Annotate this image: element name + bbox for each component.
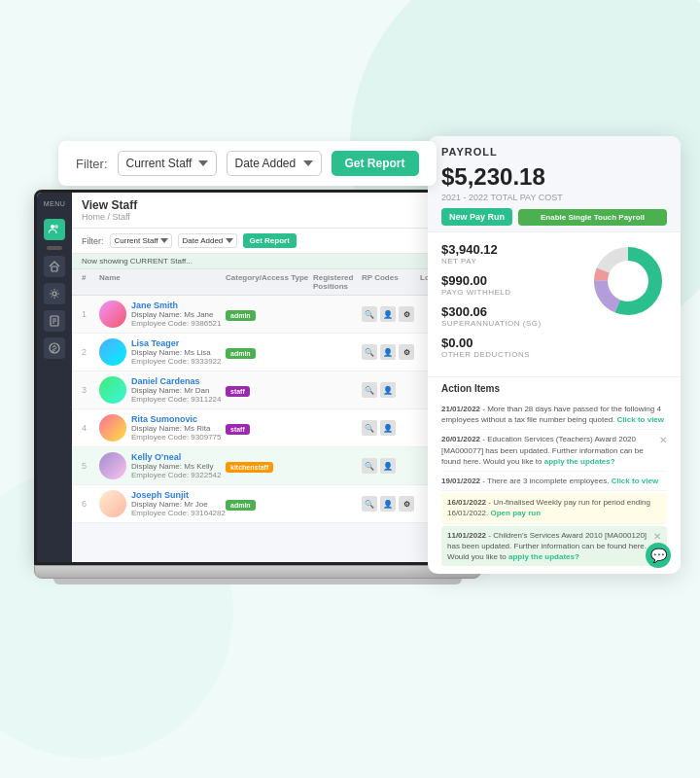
action-icon-search[interactable]: 🔍 (362, 306, 377, 322)
action-item: 19/01/2022 - There are 3 incomplete empl… (441, 472, 667, 491)
row-num: 4 (82, 423, 99, 433)
new-pay-run-button[interactable]: New Pay Run (441, 208, 512, 226)
action-date: 21/01/2022 (441, 405, 480, 413)
action-icon-person[interactable]: 👤 (380, 496, 396, 512)
svg-point-1 (54, 225, 58, 229)
staff-code: Employee Code: 9386521 (131, 319, 222, 328)
action-icon-admin[interactable]: ⚙ (399, 344, 414, 360)
rp-codes: 🔍 👤 ⚙ (362, 496, 420, 512)
sidebar: MENU (37, 193, 72, 562)
table-row[interactable]: 6 Joseph Sunjit Display Name: Mr Joe Emp… (72, 485, 478, 523)
row-num: 1 (82, 309, 99, 319)
sidebar-icon-settings[interactable] (44, 283, 65, 304)
stat-item: $0.00 OTHER DEDUCTIONS (441, 336, 579, 359)
sidebar-icon-payroll[interactable] (44, 337, 65, 359)
staff-info: Jane Smith Display Name: Ms Jane Employe… (99, 301, 226, 328)
date-select[interactable]: Date Added Name (227, 151, 322, 176)
role-badge: admin (226, 348, 256, 359)
action-link[interactable]: Click to view (617, 415, 664, 424)
laptop-base (34, 565, 481, 579)
staff-display: Display Name: Ms Rita (131, 424, 222, 433)
action-link[interactable]: Click to view (612, 477, 658, 485)
staff-code: Employee Code: 9309775 (131, 433, 222, 442)
table-row[interactable]: 5 Kelly O'neal Display Name: Ms Kelly Em… (72, 447, 478, 485)
action-item: ✕ 20/01/2022 - Education Services (Teach… (441, 430, 667, 472)
action-link[interactable]: apply the updates? (508, 552, 579, 561)
avatar (99, 376, 126, 404)
filter-select[interactable]: Current Staff All Staff Former Staff (118, 151, 217, 176)
action-link[interactable]: apply the updates? (544, 457, 615, 466)
action-date: 20/01/2022 (441, 435, 480, 443)
inner-date-select[interactable]: Date Added (178, 233, 237, 248)
sidebar-divider-1 (47, 246, 62, 250)
avatar (99, 338, 126, 366)
sidebar-icon-home[interactable] (44, 256, 65, 277)
action-icon-person[interactable]: 👤 (380, 306, 396, 322)
th-category: Category/Access Type (226, 273, 313, 291)
staff-display: Display Name: Ms Lisa (131, 348, 222, 357)
action-icon-admin[interactable]: ⚙ (399, 306, 414, 322)
breadcrumb: Home / Staff (82, 212, 469, 222)
action-icon-search[interactable]: 🔍 (362, 458, 377, 474)
laptop-base-bottom (53, 579, 462, 584)
action-icon-search[interactable]: 🔍 (362, 420, 377, 436)
action-icon-person[interactable]: 👤 (380, 344, 396, 360)
table-row[interactable]: 2 Lisa Teager Display Name: Ms Lisa Empl… (72, 334, 478, 371)
avatar (99, 490, 126, 517)
staff-code: Employee Code: 9333922 (131, 357, 222, 366)
role-badge: staff (226, 386, 250, 397)
current-staff-banner: Now showing CURRENT Staff... (72, 254, 478, 269)
inner-filter-select[interactable]: Current Staff (110, 233, 172, 248)
staff-info: Kelly O'neal Display Name: Ms Kelly Empl… (99, 452, 226, 479)
action-icon-search[interactable]: 🔍 (362, 382, 377, 398)
role-badge: admin (226, 500, 256, 511)
staff-name: Rita Sumonovic (131, 414, 222, 424)
action-item: ✕ 11/01/2022 - Children's Services Award… (441, 526, 667, 567)
enable-stp-button[interactable]: Enable Single Touch Payroll (518, 209, 667, 226)
staff-name: Jane Smith (131, 301, 222, 310)
staff-name: Daniel Cardenas (131, 376, 222, 386)
staff-app: MENU (37, 193, 478, 562)
action-link[interactable]: Open pay run (490, 509, 541, 517)
close-icon[interactable]: ✕ (653, 530, 661, 544)
donut-chart (589, 242, 667, 320)
main-content: View Staff Home / Staff Filter: Current … (72, 193, 478, 562)
filter-bar: Filter: Current Staff All Staff Former S… (58, 141, 437, 186)
action-icon-person[interactable]: 👤 (380, 420, 396, 436)
action-icon-search[interactable]: 🔍 (362, 344, 377, 360)
get-report-button[interactable]: Get Report (332, 151, 419, 176)
stat-item: $3,940.12 NET PAY (441, 242, 579, 265)
action-icon-person[interactable]: 👤 (380, 382, 396, 398)
staff-name: Lisa Teager (131, 338, 222, 348)
staff-display: Display Name: Ms Jane (131, 310, 222, 319)
rp-codes: 🔍 👤 ⚙ (362, 306, 420, 322)
sidebar-icon-reports[interactable] (44, 310, 65, 332)
action-icon-admin[interactable]: ⚙ (399, 496, 414, 512)
payroll-panel: PAYROLL $5,230.18 2021 - 2022 TOTAL PAY … (428, 136, 681, 574)
laptop-frame: MENU (34, 190, 481, 584)
staff-display: Display Name: Mr Dan (131, 386, 222, 395)
close-icon[interactable]: ✕ (659, 434, 667, 447)
inner-get-report-button[interactable]: Get Report (243, 233, 297, 248)
table-row[interactable]: 4 Rita Sumonovic Display Name: Ms Rita E… (72, 409, 478, 447)
row-num: 6 (82, 499, 99, 509)
staff-name: Kelly O'neal (131, 452, 222, 462)
chat-icon[interactable]: 💬 (646, 543, 671, 568)
row-num: 5 (82, 461, 99, 471)
staff-list: 1 Jane Smith Display Name: Ms Jane Emplo… (72, 296, 478, 562)
table-row[interactable]: 1 Jane Smith Display Name: Ms Jane Emplo… (72, 296, 478, 334)
stat-value: $0.00 (441, 336, 579, 350)
action-items-title: Action Items (441, 383, 667, 394)
sidebar-icon-staff[interactable] (44, 219, 65, 240)
main-header: View Staff Home / Staff (72, 193, 478, 229)
payroll-stats: $3,940.12 NET PAY $990.00 PAYG WITHHELD … (441, 242, 579, 367)
th-num: # (82, 273, 99, 291)
staff-info: Joseph Sunjit Display Name: Mr Joe Emplo… (99, 490, 226, 517)
action-icon-search[interactable]: 🔍 (362, 496, 377, 512)
table-row[interactable]: 3 Daniel Cardenas Display Name: Mr Dan E… (72, 371, 478, 409)
stat-value: $3,940.12 (441, 242, 579, 257)
th-name: Name (99, 273, 226, 291)
rp-codes: 🔍 👤 (362, 420, 420, 436)
staff-code: Employee Code: 9322542 (131, 471, 222, 479)
action-icon-person[interactable]: 👤 (380, 458, 396, 474)
